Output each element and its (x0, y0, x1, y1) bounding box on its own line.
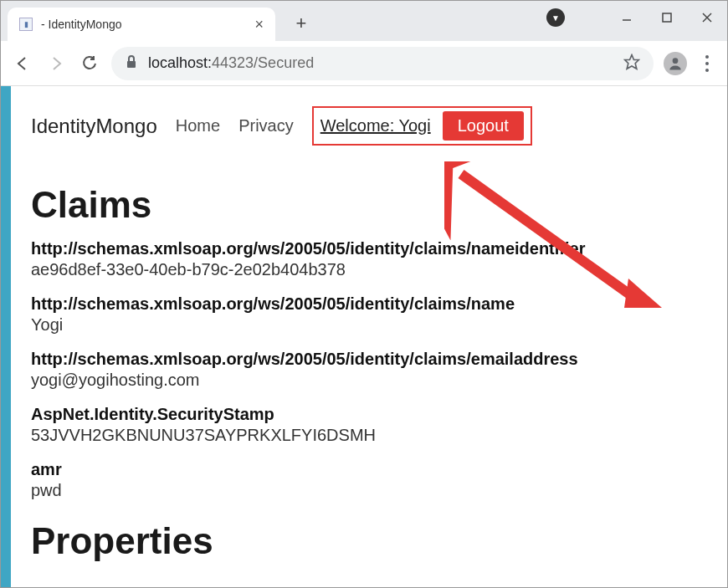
tab-title: - IdentityMongo (41, 18, 246, 31)
claim-item: AspNet.Identity.SecurityStamp53JVVH2GKBN… (31, 405, 700, 445)
claim-item: http://schemas.xmlsoap.org/ws/2005/05/id… (31, 239, 700, 279)
svg-marker-5 (625, 54, 639, 69)
claim-item: http://schemas.xmlsoap.org/ws/2005/05/id… (31, 294, 700, 335)
address-bar[interactable]: localhost:44323/Secured (111, 47, 654, 80)
site-nav: IdentityMongo Home Privacy Welcome: Yogi… (31, 95, 700, 164)
close-window-button[interactable] (687, 1, 727, 34)
new-tab-button[interactable]: + (289, 11, 314, 36)
welcome-group: Welcome: Yogi Logout (312, 106, 532, 146)
nav-home[interactable]: Home (176, 116, 220, 135)
svg-point-6 (673, 58, 679, 64)
nav-privacy[interactable]: Privacy (238, 116, 294, 135)
page-content: IdentityMongo Home Privacy Welcome: Yogi… (1, 86, 727, 587)
browser-tab[interactable]: ▮ - IdentityMongo × (8, 8, 275, 41)
svg-rect-4 (127, 61, 136, 68)
browser-toolbar: localhost:44323/Secured (1, 41, 727, 86)
claim-value: ae96d8ef-33e0-40eb-b79c-2e02b404b378 (31, 260, 700, 279)
window-titlebar: ▮ - IdentityMongo × + ▼ (1, 1, 727, 41)
forward-button[interactable] (44, 52, 68, 75)
brand-title[interactable]: IdentityMongo (31, 115, 157, 138)
browser-menu-button[interactable] (697, 55, 717, 72)
welcome-user-link[interactable]: Welcome: Yogi (320, 116, 431, 135)
url-text: localhost:44323/Secured (148, 54, 314, 72)
back-button[interactable] (11, 52, 34, 75)
favicon-icon: ▮ (19, 18, 33, 31)
extension-dropdown-icon[interactable]: ▼ (546, 8, 565, 27)
logout-button[interactable]: Logout (443, 111, 524, 141)
claim-item: http://schemas.xmlsoap.org/ws/2005/05/id… (31, 350, 700, 390)
bookmark-star-icon[interactable] (623, 54, 640, 74)
lock-icon (125, 54, 138, 73)
claim-type: AspNet.Identity.SecurityStamp (31, 405, 700, 424)
reload-button[interactable] (78, 52, 101, 75)
claim-type: http://schemas.xmlsoap.org/ws/2005/05/id… (31, 294, 700, 314)
maximize-button[interactable] (647, 1, 687, 34)
page-viewport[interactable]: IdentityMongo Home Privacy Welcome: Yogi… (1, 86, 727, 587)
claim-type: http://schemas.xmlsoap.org/ws/2005/05/id… (31, 239, 700, 258)
close-tab-icon[interactable]: × (254, 16, 264, 33)
profile-avatar-icon[interactable] (664, 52, 687, 75)
claim-value: 53JVVH2GKBNUNU37SAYPRKXLFYI6DSMH (31, 426, 700, 445)
properties-heading: Properties (31, 520, 700, 562)
claims-heading: Claims (31, 184, 700, 226)
claim-type: amr (31, 460, 700, 479)
claim-value: yogi@yogihosting.com (31, 371, 700, 390)
minimize-button[interactable] (607, 1, 647, 34)
claim-value: Yogi (31, 315, 700, 335)
claim-value: pwd (31, 481, 700, 500)
claim-item: amrpwd (31, 460, 700, 500)
claim-type: http://schemas.xmlsoap.org/ws/2005/05/id… (31, 350, 700, 369)
svg-rect-1 (663, 13, 671, 22)
